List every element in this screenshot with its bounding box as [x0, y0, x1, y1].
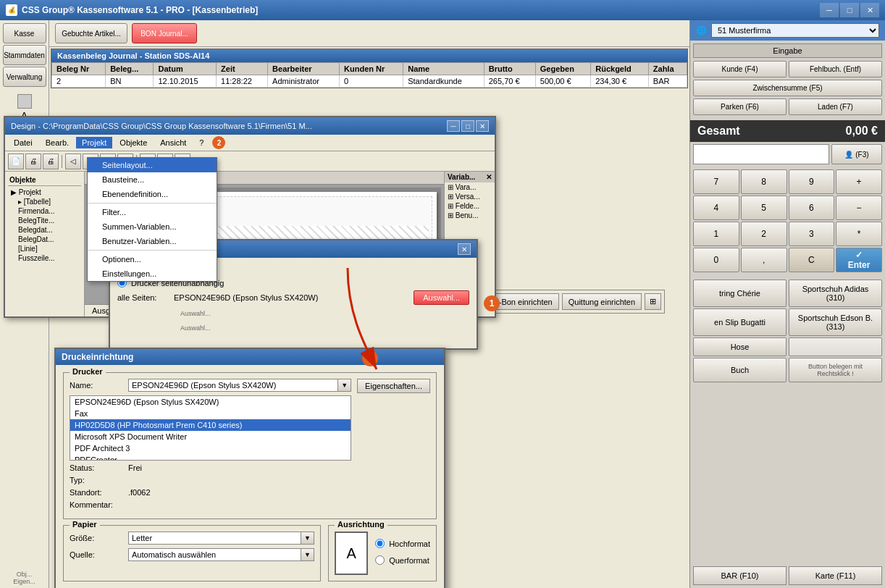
bar-button[interactable]: BAR (F10) — [693, 566, 787, 585]
tb-print2[interactable]: 🖨 — [49, 154, 59, 169]
auswahl-button-2[interactable]: Auswahl... — [172, 308, 219, 319]
num-plus[interactable]: + — [836, 169, 882, 194]
quittung-einrichten-button[interactable]: Quittung einrichten — [562, 293, 642, 310]
minimize-button[interactable]: ─ — [820, 3, 839, 17]
menu-filter[interactable]: Filter... — [88, 205, 217, 219]
printer-item-1[interactable]: Fax — [70, 408, 351, 419]
num-multiply[interactable]: * — [836, 222, 882, 246]
bon-journal-button[interactable]: BON Journal... — [132, 23, 197, 43]
karte-button[interactable]: Karte (F11) — [789, 566, 882, 585]
col-beleg: Beleg... — [106, 63, 154, 75]
menu-summen-variablen[interactable]: Summen-Variablen... — [88, 219, 217, 234]
gebuchte-artikel-button[interactable]: Gebuchte Artikel... — [55, 23, 127, 43]
design-maximize-btn[interactable]: □ — [461, 120, 474, 132]
menu-optionen[interactable]: Optionen... — [88, 252, 217, 266]
product-area: tring Chérie Sportschuh Adidas (310) en … — [690, 277, 885, 563]
laden-button[interactable]: Laden (F7) — [789, 98, 882, 115]
radio-hochformat[interactable] — [375, 539, 385, 548]
num-0[interactable]: 0 — [693, 248, 739, 272]
paper-size-combo[interactable]: Letter — [128, 532, 301, 545]
num-7[interactable]: 7 — [693, 169, 739, 194]
product-buch[interactable]: Buch — [693, 358, 787, 382]
tree-belegdat2[interactable]: BelegDat... — [49, 235, 81, 244]
product-empty-1[interactable] — [789, 337, 882, 356]
eigenschaften-button[interactable]: Eigenschaften... — [357, 379, 430, 393]
product-belegen[interactable]: Button belegen mitRechtsklick ! — [789, 358, 882, 382]
menu-einstellungen[interactable]: Einstellungen... — [88, 266, 217, 281]
num-comma[interactable]: , — [741, 248, 787, 272]
kasse-button[interactable]: Kasse — [3, 23, 46, 43]
product-slip-bugatti[interactable]: en Slip Bugatti — [693, 308, 787, 336]
num-9[interactable]: 9 — [789, 169, 835, 194]
printer-list[interactable]: EPSON24E96D (Epson Stylus SX420W) Fax HP… — [70, 395, 351, 461]
product-tring-cherie[interactable]: tring Chérie — [693, 280, 787, 307]
company-dropdown[interactable]: 51 Musterfirma — [711, 23, 879, 38]
menu-seitenlayout[interactable]: Seitenlayout... — [88, 158, 217, 172]
paper-group: Papier Größe: Letter ▼ Quelle: Automatis — [63, 525, 321, 581]
fehlbuch-button[interactable]: Fehlbuch. (Entf) — [789, 61, 882, 77]
menu-ansicht[interactable]: Ansicht — [154, 137, 192, 148]
var-item-benu[interactable]: ⊞ Benu... — [445, 211, 495, 220]
printer-item-0[interactable]: EPSON24E96D (Epson Stylus SX420W) — [70, 396, 351, 408]
product-sportschuh-edson[interactable]: Sportschuh Edson B. (313) — [789, 308, 882, 336]
printer-item-4[interactable]: PDF Architect 3 — [70, 442, 351, 454]
num-2[interactable]: 2 — [741, 222, 787, 246]
tree-belegdat1[interactable]: Belegdat... — [49, 225, 81, 235]
menu-ebenendefinition[interactable]: Ebenendefinition... — [88, 187, 217, 201]
num-minus[interactable]: − — [836, 196, 882, 220]
tb-btn1[interactable]: ◁ — [65, 154, 81, 169]
var-item-versa[interactable]: ⊞ Versa... — [445, 192, 495, 201]
num-1[interactable]: 1 — [693, 222, 739, 246]
tree-linie[interactable]: [Linie] — [49, 244, 81, 253]
verwaltung-button[interactable]: Verwaltung — [3, 67, 46, 87]
var-item-vara[interactable]: ⊞ Vara... — [445, 182, 495, 192]
paper-source-arrow[interactable]: ▼ — [301, 548, 314, 561]
maximize-button[interactable]: □ — [840, 3, 859, 17]
close-button[interactable]: ✕ — [860, 3, 879, 17]
num-4[interactable]: 4 — [693, 196, 739, 220]
tree-belegtite[interactable]: BelegTite... — [49, 216, 81, 225]
menu-projekt[interactable]: Projekt — [76, 137, 112, 148]
parken-button[interactable]: Parken (F6) — [693, 98, 787, 115]
radio-querformat[interactable] — [375, 555, 385, 565]
zbon-extra-button[interactable]: ⊞ — [645, 293, 661, 310]
paper-source-combo[interactable]: Automatisch auswählen — [128, 548, 301, 561]
menu-objekte[interactable]: Objekte — [114, 137, 153, 148]
auswahl-button-3[interactable]: Auswahl... — [172, 322, 219, 334]
printer-combo[interactable]: EPSON24E96D (Epson Stylus SX420W) — [128, 379, 338, 392]
tree-projekt[interactable]: ▶ Projekt — [49, 188, 81, 197]
num-c[interactable]: C — [789, 248, 835, 272]
menu-bearb[interactable]: Bearb. — [49, 137, 75, 148]
printer-item-3[interactable]: Microsoft XPS Document Writer — [70, 431, 351, 442]
journal-row[interactable]: 2 BN 12.10.2015 11:28:22 Administrator 0… — [52, 75, 687, 88]
num-enter[interactable]: ✓Enter — [836, 248, 882, 272]
tree-fusszeile[interactable]: Fusszeile... — [49, 253, 81, 263]
auswahl-button-1[interactable]: Auswahl... — [414, 290, 469, 305]
tool-arrow[interactable] — [17, 94, 32, 109]
tree-tabelle[interactable]: ▸ [Tabelle] — [49, 197, 81, 206]
product-hose[interactable]: Hose — [693, 337, 787, 356]
num-8[interactable]: 8 — [741, 169, 787, 194]
gesamt-input[interactable] — [693, 144, 829, 164]
var-panel-close[interactable]: ✕ — [486, 173, 492, 181]
menu-bausteine[interactable]: Bausteine... — [88, 172, 217, 187]
var-item-felde[interactable]: ⊞ Felde... — [445, 201, 495, 211]
stammdaten-button[interactable]: Stammdaten — [3, 45, 46, 65]
layout-dialog-close[interactable]: ✕ — [458, 243, 471, 255]
product-sportschuh-adidas[interactable]: Sportschuh Adidas (310) — [789, 280, 882, 307]
num-3[interactable]: 3 — [789, 222, 835, 246]
zwischensumme-button[interactable]: Zwischensumme (F5) — [693, 80, 882, 96]
menu-benutzer-variablen[interactable]: Benutzer-Variablen... — [88, 234, 217, 248]
printer-item-2[interactable]: HP02D5D8 (HP Photosmart Prem C410 series… — [70, 419, 351, 431]
kunde-button[interactable]: Kunde (F4) — [693, 61, 787, 77]
num-5[interactable]: 5 — [741, 196, 787, 220]
design-minimize-btn[interactable]: ─ — [447, 120, 460, 132]
design-close-btn[interactable]: ✕ — [476, 120, 489, 132]
tree-firmenda[interactable]: Firmenda... — [49, 206, 81, 216]
printer-combo-arrow[interactable]: ▼ — [338, 379, 351, 392]
paper-size-arrow[interactable]: ▼ — [301, 532, 314, 545]
menu-help[interactable]: ? — [193, 137, 209, 148]
printer-item-5[interactable]: PDFCreator — [70, 454, 351, 461]
f3-button[interactable]: 👤 (F3) — [831, 144, 882, 164]
num-6[interactable]: 6 — [789, 196, 835, 220]
